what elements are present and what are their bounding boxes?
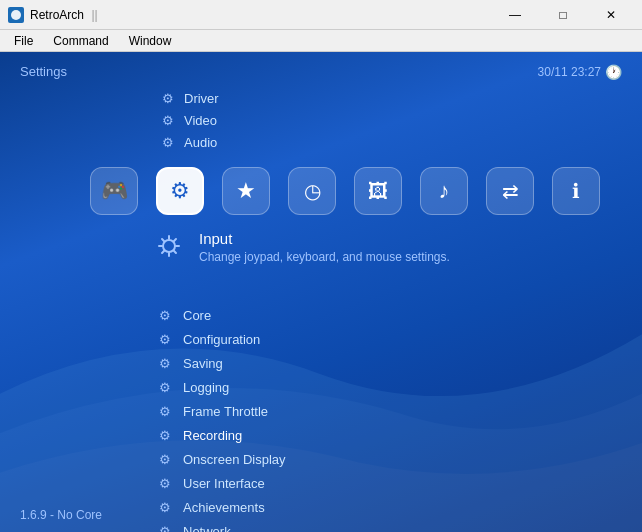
input-gear-icon xyxy=(155,232,183,266)
info-icon: ℹ xyxy=(572,179,580,203)
audio-item[interactable]: ⚙ Audio xyxy=(160,131,219,153)
clock-icon: ◷ xyxy=(304,179,321,203)
maximize-button[interactable]: □ xyxy=(540,0,586,30)
configuration-item[interactable]: ⚙ Configuration xyxy=(155,328,288,350)
version-label: 1.6.9 - No Core xyxy=(20,508,102,522)
app-icon xyxy=(8,7,24,23)
settings-icon-btn[interactable]: ⚙ xyxy=(156,167,204,215)
image-icon: 🖼 xyxy=(368,180,388,203)
frame-throttle-gear-icon: ⚙ xyxy=(157,403,173,419)
svg-point-0 xyxy=(11,10,21,20)
network-icon-btn[interactable]: ⇄ xyxy=(486,167,534,215)
gear-icon: ⚙ xyxy=(170,178,190,204)
menu-file[interactable]: File xyxy=(4,32,43,50)
achievements-item[interactable]: ⚙ Achievements xyxy=(155,496,288,518)
settings-label: Settings xyxy=(20,64,67,79)
clock-indicator: 🕐 xyxy=(605,64,622,80)
menu-window[interactable]: Window xyxy=(119,32,182,50)
network-item[interactable]: ⚙ Network xyxy=(155,520,288,532)
main-content: Settings 30/11 23:27 🕐 ⚙ Driver ⚙ Video … xyxy=(0,52,642,532)
window-controls: — □ ✕ xyxy=(492,0,634,30)
achievements-gear-icon: ⚙ xyxy=(157,499,173,515)
datetime-display: 30/11 23:27 🕐 xyxy=(538,64,622,80)
driver-item[interactable]: ⚙ Driver xyxy=(160,87,219,109)
app-title: RetroArch || xyxy=(30,8,492,22)
logging-item[interactable]: ⚙ Logging xyxy=(155,376,288,398)
input-title: Input xyxy=(199,230,450,247)
recording-gear-icon: ⚙ xyxy=(157,427,173,443)
user-interface-item[interactable]: ⚙ User Interface xyxy=(155,472,288,494)
top-menu-items: ⚙ Driver ⚙ Video ⚙ Audio xyxy=(160,87,219,153)
driver-gear-icon: ⚙ xyxy=(160,90,176,106)
configuration-gear-icon: ⚙ xyxy=(157,331,173,347)
video-gear-icon: ⚙ xyxy=(160,112,176,128)
saving-item[interactable]: ⚙ Saving xyxy=(155,352,288,374)
menu-bar: File Command Window xyxy=(0,30,642,52)
info-icon-btn[interactable]: ℹ xyxy=(552,167,600,215)
video-item[interactable]: ⚙ Video xyxy=(160,109,219,131)
frame-throttle-item[interactable]: ⚙ Frame Throttle xyxy=(155,400,288,422)
title-separator: || xyxy=(91,8,97,22)
input-description: Change joypad, keyboard, and mouse setti… xyxy=(199,250,450,264)
core-gear-icon: ⚙ xyxy=(157,307,173,323)
input-text-block: Input Change joypad, keyboard, and mouse… xyxy=(199,230,450,264)
audio-gear-icon: ⚙ xyxy=(160,134,176,150)
close-button[interactable]: ✕ xyxy=(588,0,634,30)
star-icon-btn[interactable]: ★ xyxy=(222,167,270,215)
network-gear-icon: ⚙ xyxy=(157,523,173,532)
core-item[interactable]: ⚙ Core xyxy=(155,304,288,326)
clock-icon-btn[interactable]: ◷ xyxy=(288,167,336,215)
icon-row: 🎮 ⚙ ★ ◷ 🖼 ♪ ⇄ ℹ xyxy=(90,167,600,215)
controller-icon-btn[interactable]: 🎮 xyxy=(90,167,138,215)
onscreen-gear-icon: ⚙ xyxy=(157,451,173,467)
title-bar: RetroArch || — □ ✕ xyxy=(0,0,642,30)
ui-gear-icon: ⚙ xyxy=(157,475,173,491)
music-icon: ♪ xyxy=(439,178,450,204)
saving-gear-icon: ⚙ xyxy=(157,355,173,371)
logging-gear-icon: ⚙ xyxy=(157,379,173,395)
star-icon: ★ xyxy=(236,178,256,204)
image-icon-btn[interactable]: 🖼 xyxy=(354,167,402,215)
input-section: Input Change joypad, keyboard, and mouse… xyxy=(155,230,450,266)
onscreen-display-item[interactable]: ⚙ Onscreen Display xyxy=(155,448,288,470)
minimize-button[interactable]: — xyxy=(492,0,538,30)
settings-list: ⚙ Core ⚙ Configuration ⚙ Saving ⚙ Loggin… xyxy=(155,304,288,532)
recording-item[interactable]: ⚙ Recording xyxy=(155,424,288,446)
network-icon: ⇄ xyxy=(502,179,519,203)
menu-command[interactable]: Command xyxy=(43,32,118,50)
music-icon-btn[interactable]: ♪ xyxy=(420,167,468,215)
